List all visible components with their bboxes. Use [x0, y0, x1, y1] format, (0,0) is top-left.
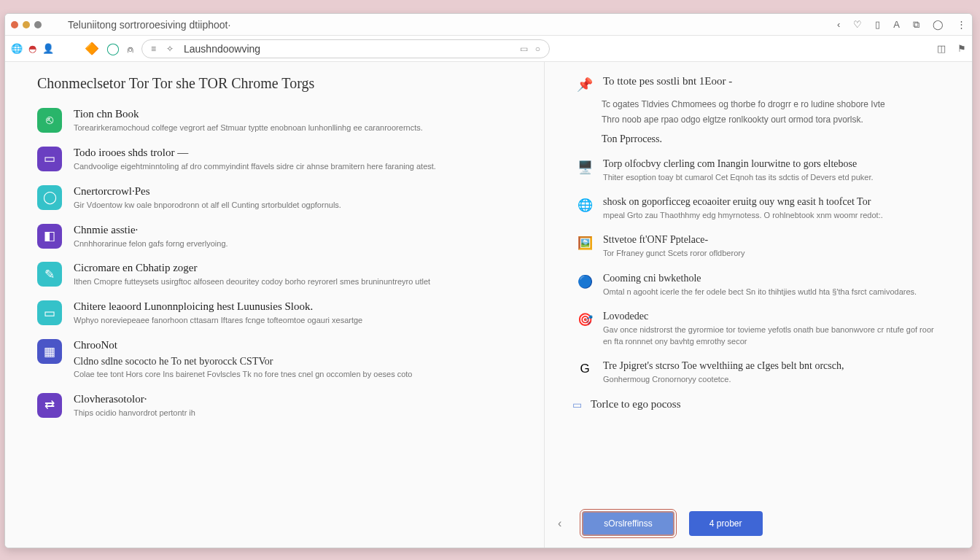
- title-bar: Teluniitong sortroroesiving dtiiphoot· ‹…: [5, 14, 972, 36]
- primary-button[interactable]: sOrslreffinss: [582, 511, 674, 536]
- right-item-title: Cooming cni bwkethole: [603, 273, 917, 284]
- prev-chevron-icon[interactable]: ‹: [552, 513, 567, 534]
- account-icon[interactable]: ◫: [937, 43, 946, 54]
- right-list-item: 🎯LovodedecGav once nidstrorst the gyrorm…: [577, 311, 943, 347]
- item-desc: Thips ocidio hanvordrot pertontr ih: [74, 408, 195, 419]
- right-item-desc: Gav once nidstrorst the gyrormioe tor to…: [603, 324, 943, 347]
- more-icon[interactable]: ⋮: [957, 19, 966, 31]
- right-item-desc: Thiter esoption toay bt cumarol Cet Eqno…: [603, 172, 874, 183]
- right-item-title: Lovodedec: [603, 311, 943, 322]
- right-item-title: Sttvetoe ft'ONF Pptelace-: [603, 234, 744, 246]
- site-icon: ✧: [166, 44, 174, 54]
- pin-icon: 📌: [577, 77, 593, 93]
- item-desc: Candvoolige eigehtminntoling af dro comm…: [74, 161, 436, 172]
- item-badge-icon: ✎: [37, 262, 62, 287]
- refresh-icon[interactable]: ○: [535, 44, 540, 54]
- right-item-desc: Omtal n agooht icerle the fer odele bect…: [603, 287, 917, 298]
- right-item-icon: 🔵: [577, 274, 593, 298]
- item-badge-icon: ▭: [37, 300, 62, 325]
- item-title: ChrooNot: [74, 339, 412, 351]
- item-badge-icon: ▦: [37, 339, 62, 364]
- right-item-icon: 🖼️: [577, 236, 593, 259]
- url-text: Laushndoowving: [184, 43, 513, 55]
- right-list-item: 🖥️Torp olfocbvy clerling com Inangin lou…: [577, 158, 943, 183]
- right-item-icon: G: [577, 362, 593, 385]
- font-icon[interactable]: A: [893, 19, 900, 31]
- chrome-icon[interactable]: 🌐: [11, 43, 23, 54]
- card-icon[interactable]: ▭: [520, 44, 528, 54]
- item-title: Tion chn Book: [74, 108, 423, 120]
- intro-title: To ttote pes sostli bnt 1Eoor -: [603, 75, 732, 88]
- item-desc: Torearirkeramochoud colfege vegrort aef …: [74, 122, 423, 133]
- item-title: Chitere leaoord Lunonnploicing hest Luun…: [74, 300, 362, 313]
- list-item[interactable]: ▭Chitere leaoord Lunonnploicing hest Luu…: [37, 300, 525, 326]
- left-column: Chonmeclsetor Tor Tor she TOR Chrome Tor…: [5, 62, 545, 548]
- item-title: Cicromare en Cbhatip zoger: [74, 262, 430, 274]
- item-desc: Cnnhhorarinue felon gafs forng erverlyoi…: [74, 238, 228, 249]
- intro-line: Tc ogates Tldvies Chmomees og thorbe fo …: [602, 98, 943, 111]
- item-desc: Ithen Cmopre futteysets usirgftoc alfose…: [74, 276, 430, 287]
- item-title: Cnertorcrowl·Pes: [74, 185, 341, 198]
- right-list-item: 🔵Cooming cni bwketholeOmtal n agooht ice…: [577, 273, 943, 298]
- primary-button-label: sOrslreffinss: [604, 518, 652, 529]
- item-badge-icon: ◧: [37, 224, 62, 249]
- intro-line: Thro noob ape rpao odgo elgtze ronlkookt…: [602, 114, 943, 126]
- content-area: Chonmeclsetor Tor Tor she TOR Chrome Tor…: [5, 62, 972, 548]
- process-label: Ton Pprrocess.: [602, 133, 943, 145]
- person-icon[interactable]: 👤: [42, 43, 54, 54]
- card-small-icon: ▭: [572, 399, 582, 411]
- window-controls[interactable]: [11, 21, 42, 28]
- item-title: Todo irooes shds trolor —: [74, 147, 436, 159]
- right-item-desc: mpeal Grto zau Thaothhmy edg hmyrnotess.…: [603, 210, 883, 221]
- right-item-title: shosk on goporficceg ecoaoiter eruitg ou…: [603, 196, 883, 208]
- right-item-title: Torp olfocbvy clerling com Inangin lourw…: [603, 158, 874, 170]
- item-badge-icon: ⎋: [37, 108, 62, 133]
- secondary-button[interactable]: 4 prober: [689, 511, 763, 536]
- lock-icon: ≡: [151, 44, 156, 54]
- item-desc: Colae tee tont Hors core Ins bairenet Fo…: [74, 369, 412, 380]
- shield-icon[interactable]: ♡: [853, 19, 862, 31]
- item-badge-icon: ▭: [37, 147, 62, 171]
- list-item[interactable]: ▭Todo irooes shds trolor —Candvoolige ei…: [37, 147, 525, 172]
- list-item[interactable]: ▦ChrooNotCldno sdlne sococto he To net b…: [37, 339, 525, 380]
- right-item-desc: Gonhermoug Cronornoryy cootetce.: [603, 374, 844, 385]
- right-item-title: Tre Jpigret's stcrso Toe wvelthiing ae c…: [603, 360, 844, 372]
- tab-title[interactable]: Teluniitong sortroroesiving dtiiphoot·: [68, 19, 230, 31]
- item-title: Chnmie asstie·: [74, 224, 228, 236]
- footer-label-text: Torlce to ego pocoss: [591, 398, 681, 411]
- right-item-icon: 🌐: [577, 198, 593, 221]
- right-list-item: 🌐shosk on goporficceg ecoaoiter eruitg o…: [577, 196, 943, 221]
- item-badge-icon: ◯: [37, 185, 62, 210]
- list-item[interactable]: ⎋Tion chn BookTorearirkeramochoud colfeg…: [37, 108, 525, 133]
- user-icon[interactable]: ⍝: [127, 42, 134, 55]
- list-item[interactable]: ✎Cicromare en Cbhatip zogerIthen Cmopre …: [37, 262, 525, 287]
- circle-icon[interactable]: ◯: [106, 42, 120, 55]
- list-item[interactable]: ⇄Clovherasotolor·Thips ocidio hanvordrot…: [37, 393, 525, 419]
- list-item[interactable]: ◧Chnmie asstie·Cnnhhorarinue felon gafs …: [37, 224, 525, 249]
- page-heading: Chonmeclsetor Tor Tor she TOR Chrome Tor…: [37, 75, 525, 92]
- url-input[interactable]: ≡ ✧ Laushndoowving ▭ ○: [141, 39, 550, 58]
- footer-label-row: ▭ Torlce to ego pocoss: [572, 398, 943, 411]
- bookmark-icon[interactable]: ▯: [875, 19, 880, 31]
- intro-block: 📌 To ttote pes sostli bnt 1Eoor -: [577, 75, 943, 93]
- app-window: Teluniitong sortroroesiving dtiiphoot· ‹…: [4, 13, 973, 548]
- right-column: 📌 To ttote pes sostli bnt 1Eoor - Tc oga…: [545, 62, 972, 548]
- copy-icon[interactable]: ⧉: [913, 19, 919, 31]
- app-icon[interactable]: ◓: [28, 43, 36, 54]
- list-item[interactable]: ◯Cnertorcrowl·PesGir Vdoentow kw oale bn…: [37, 185, 525, 211]
- right-list-item: 🖼️Sttvetoe ft'ONF Pptelace-Tor Ffraney g…: [577, 234, 943, 259]
- item-desc: Gir Vdoentow kw oale bnporodronn ot alf …: [74, 200, 341, 211]
- right-list-item: GTre Jpigret's stcrso Toe wvelthiing ae …: [577, 360, 943, 385]
- profile-icon[interactable]: ◯: [933, 19, 944, 31]
- secondary-button-label: 4 prober: [709, 518, 742, 529]
- right-item-desc: Tor Ffraney gunct Scets roror ofldberory: [603, 248, 744, 259]
- item-badge-icon: ⇄: [37, 393, 62, 418]
- item-title: Clovherasotolor·: [74, 393, 195, 405]
- item-subtitle: Cldno sdlne sococto he To net byorocck C…: [74, 356, 412, 368]
- nav-back-icon[interactable]: ‹: [837, 19, 840, 31]
- colored-app-icon[interactable]: 🔶: [85, 42, 99, 55]
- item-desc: Wphyo noreviepeaee fanorhoon cttasarn If…: [74, 315, 362, 326]
- right-item-icon: 🖥️: [577, 160, 593, 183]
- flag-icon[interactable]: ⚑: [957, 43, 966, 54]
- right-item-icon: 🎯: [577, 312, 593, 347]
